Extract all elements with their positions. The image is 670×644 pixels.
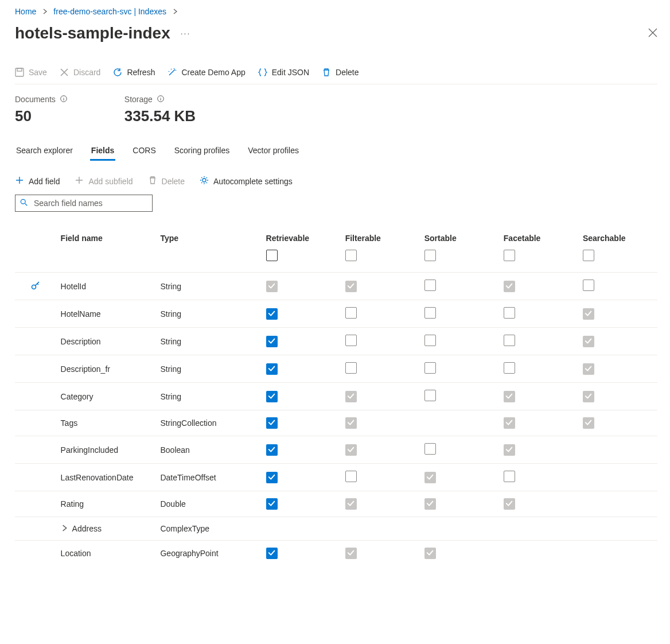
breadcrumb-path[interactable]: free-demo-search-svc | Indexes [53,7,166,16]
checkbox-filterable[interactable] [345,417,357,429]
checkbox-searchable[interactable] [583,363,594,375]
table-row[interactable]: Description String [15,328,657,355]
field-name: LastRenovationDate [61,473,134,482]
tab-cors[interactable]: CORS [131,142,157,161]
documents-value: 50 [15,107,67,125]
search-input[interactable] [33,198,147,208]
checkbox-retrievable[interactable] [266,548,278,559]
info-icon[interactable] [157,95,164,104]
checkbox-filterable[interactable] [345,444,357,456]
checkbox-facetable[interactable] [504,281,515,292]
checkbox-sortable[interactable] [424,548,436,559]
plus-icon [15,176,24,187]
checkbox-filterable[interactable] [345,498,357,510]
x-icon [60,68,69,77]
checkbox-searchable[interactable] [583,308,594,320]
checkbox-filterable[interactable] [345,471,357,482]
checkbox-sortable[interactable] [424,472,436,483]
breadcrumb-home[interactable]: Home [15,7,36,16]
field-name: Location [61,549,91,558]
field-name: Description_fr [61,364,110,374]
select-all-facetable[interactable] [504,250,515,261]
select-all-filterable[interactable] [345,250,357,261]
checkbox-retrievable[interactable] [266,336,278,347]
info-icon[interactable] [60,95,67,104]
checkbox-retrievable[interactable] [266,391,278,402]
search-field-names[interactable] [15,195,153,212]
checkbox-searchable[interactable] [583,336,594,347]
create-demo-app-button[interactable]: Create Demo App [168,68,245,77]
table-row[interactable]: ParkingIncluded Boolean [15,436,657,464]
tab-search-explorer[interactable]: Search explorer [15,142,74,161]
add-subfield-label: Add subfield [88,177,133,186]
checkbox-facetable[interactable] [504,391,515,402]
delete-button[interactable]: Delete [322,68,359,77]
table-row[interactable]: Tags StringCollection [15,410,657,436]
tab-vector-profiles[interactable]: Vector profiles [247,142,300,161]
checkbox-sortable[interactable] [424,498,436,510]
checkbox-facetable[interactable] [504,417,515,429]
field-type: Double [155,491,261,517]
checkbox-retrievable[interactable] [266,472,278,483]
refresh-button[interactable]: Refresh [113,68,155,77]
col-facetable: Facetable [499,228,578,249]
more-actions-button[interactable]: ··· [181,29,191,38]
checkbox-sortable[interactable] [424,362,436,374]
documents-label: Documents [15,95,56,104]
select-all-sortable[interactable] [424,250,436,261]
chevron-right-icon[interactable] [61,524,72,533]
checkbox-retrievable[interactable] [266,417,278,429]
field-name: HotelId [61,282,86,291]
checkbox-facetable[interactable] [504,335,515,346]
table-row[interactable]: Description_fr String [15,355,657,383]
checkbox-filterable[interactable] [345,548,357,559]
checkbox-retrievable[interactable] [266,498,278,510]
checkbox-facetable[interactable] [504,471,515,482]
checkbox-sortable[interactable] [424,390,436,401]
add-field-label: Add field [29,177,60,186]
checkbox-searchable[interactable] [583,280,594,291]
table-row[interactable]: HotelId String [15,273,657,300]
field-type: String [155,383,261,410]
checkbox-facetable[interactable] [504,307,515,319]
checkbox-facetable[interactable] [504,498,515,510]
checkbox-filterable[interactable] [345,391,357,402]
search-icon [20,199,28,208]
table-row[interactable]: Rating Double [15,491,657,517]
fields-table: Field name Type Retrievable Filterable S… [15,228,657,566]
close-button[interactable] [648,28,657,39]
checkbox-sortable[interactable] [424,335,436,346]
checkbox-retrievable[interactable] [266,363,278,375]
discard-button: Discard [60,68,100,77]
checkbox-sortable[interactable] [424,443,436,455]
autocomplete-settings-button[interactable]: Autocomplete settings [200,176,293,187]
edit-json-button[interactable]: Edit JSON [258,68,309,77]
save-button: Save [15,68,47,77]
delete-field-label: Delete [162,177,185,186]
checkbox-facetable[interactable] [504,362,515,374]
table-row[interactable]: Category String [15,383,657,410]
save-label: Save [29,68,47,77]
tab-fields[interactable]: Fields [90,142,115,161]
checkbox-filterable[interactable] [345,307,357,319]
table-row[interactable]: Location GeographyPoint [15,541,657,567]
checkbox-retrievable[interactable] [266,281,278,292]
select-all-retrievable[interactable] [266,250,278,261]
checkbox-searchable[interactable] [583,417,594,429]
checkbox-sortable[interactable] [424,307,436,319]
table-row[interactable]: LastRenovationDate DateTimeOffset [15,464,657,491]
checkbox-sortable[interactable] [424,280,436,291]
tab-scoring-profiles[interactable]: Scoring profiles [173,142,231,161]
select-all-searchable[interactable] [583,250,594,261]
table-row[interactable]: HotelName String [15,300,657,328]
checkbox-retrievable[interactable] [266,444,278,456]
checkbox-filterable[interactable] [345,335,357,346]
col-searchable: Searchable [578,228,657,249]
table-row[interactable]: Address ComplexType [15,517,657,541]
checkbox-filterable[interactable] [345,362,357,374]
checkbox-searchable[interactable] [583,391,594,402]
checkbox-facetable[interactable] [504,444,515,456]
checkbox-retrievable[interactable] [266,308,278,320]
checkbox-filterable[interactable] [345,281,357,292]
add-field-button[interactable]: Add field [15,176,60,187]
